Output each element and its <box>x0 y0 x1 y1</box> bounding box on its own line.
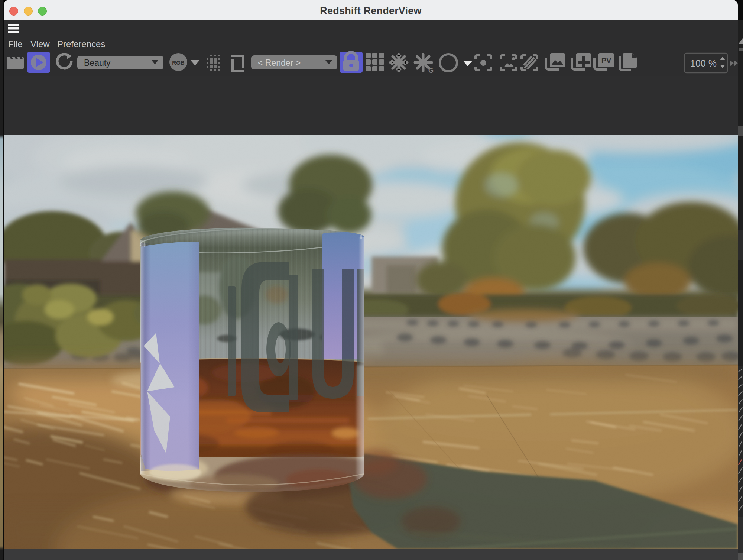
svg-text:Beauty: Beauty <box>84 58 111 68</box>
svg-text:View: View <box>30 39 50 49</box>
svg-text:100 %: 100 % <box>690 58 717 68</box>
svg-text:G: G <box>428 67 434 74</box>
svg-text:Preferences: Preferences <box>57 39 105 49</box>
svg-text:RGB: RGB <box>172 59 185 66</box>
svg-text:< Render >: < Render > <box>258 58 301 68</box>
svg-text:File: File <box>8 39 23 49</box>
svg-text:PV: PV <box>601 56 611 65</box>
